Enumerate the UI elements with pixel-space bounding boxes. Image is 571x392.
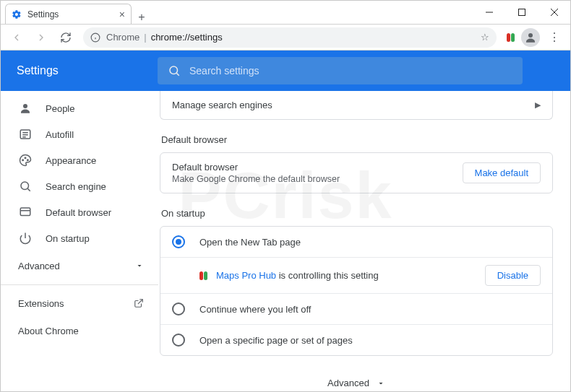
url-separator: |: [144, 32, 146, 43]
close-icon[interactable]: ×: [119, 9, 125, 19]
radio-icon[interactable]: [172, 302, 185, 315]
sidebar-item-appearance[interactable]: Appearance: [1, 147, 158, 173]
radio-label: Open a specific page or set of pages: [199, 335, 353, 346]
radio-label: Continue where you left off: [199, 304, 311, 315]
gear-icon: [12, 9, 22, 19]
settings-search[interactable]: [158, 57, 523, 84]
sidebar-link-label: Extensions: [18, 298, 64, 309]
sidebar-extensions[interactable]: Extensions: [1, 289, 158, 317]
page-title: Settings: [17, 64, 158, 77]
sidebar-advanced-label: Advanced: [18, 261, 60, 271]
startup-card: Open the New Tab page Maps Pro Hub is co…: [160, 226, 553, 356]
svg-rect-20: [20, 208, 30, 216]
menu-button[interactable]: ⋮: [544, 30, 564, 44]
minimize-button[interactable]: [473, 1, 505, 24]
sidebar: People Autofill Appearance Search engine…: [1, 91, 158, 391]
extension-name-link[interactable]: Maps Pro Hub: [216, 270, 276, 281]
profile-avatar[interactable]: [521, 28, 540, 47]
person-icon: [18, 101, 33, 116]
svg-rect-1: [518, 9, 525, 16]
svg-point-8: [170, 66, 178, 74]
back-button[interactable]: [7, 27, 27, 48]
title-bar: Settings × +: [1, 1, 570, 25]
sidebar-item-on-startup[interactable]: On startup: [1, 225, 158, 251]
sidebar-item-search-engine[interactable]: Search engine: [1, 173, 158, 199]
svg-point-10: [23, 104, 27, 108]
section-title-default-browser: Default browser: [161, 134, 553, 145]
browser-tab[interactable]: Settings ×: [5, 4, 132, 24]
close-button[interactable]: [538, 1, 570, 24]
window-buttons: [473, 1, 570, 24]
default-browser-card: Default browser Make Google Chrome the d…: [160, 152, 553, 193]
extension-badge[interactable]: [504, 31, 517, 44]
settings-search-input[interactable]: [189, 65, 512, 77]
external-link-icon: [134, 298, 144, 308]
svg-point-17: [27, 160, 29, 161]
divider: [1, 284, 158, 285]
svg-point-16: [25, 157, 26, 159]
sidebar-item-label: Default browser: [46, 207, 158, 218]
chevron-right-icon: ▶: [535, 100, 541, 110]
search-icon: [18, 179, 33, 193]
settings-header: Settings: [1, 51, 570, 91]
reload-button[interactable]: [56, 27, 76, 48]
controlling-text: is controlling this setting: [276, 270, 379, 281]
sidebar-item-label: People: [46, 103, 158, 114]
startup-option-continue[interactable]: Continue where you left off: [160, 293, 552, 324]
sidebar-about[interactable]: About Chrome: [1, 317, 158, 344]
default-browser-row: Default browser Make Google Chrome the d…: [160, 153, 552, 193]
chevron-down-icon: [135, 261, 144, 270]
main-panel[interactable]: Manage search engines ▶ Default browser …: [158, 91, 570, 391]
sidebar-advanced[interactable]: Advanced: [1, 251, 158, 280]
new-tab-button[interactable]: +: [132, 11, 152, 24]
forward-button[interactable]: [31, 27, 51, 48]
manage-search-engines-row[interactable]: Manage search engines ▶: [160, 91, 552, 119]
autofill-icon: [18, 127, 33, 141]
sidebar-item-label: On startup: [46, 233, 158, 244]
address-bar[interactable]: Chrome | chrome://settings ☆: [83, 27, 497, 48]
power-icon: [18, 231, 33, 245]
radio-icon[interactable]: [172, 235, 185, 248]
chevron-down-icon: [377, 379, 385, 388]
tab-title: Settings: [27, 9, 119, 19]
sidebar-item-label: Appearance: [46, 155, 158, 166]
browser-toolbar: Chrome | chrome://settings ☆ ⋮: [1, 25, 570, 51]
section-title-startup: On startup: [161, 208, 553, 219]
startup-option-specific[interactable]: Open a specific page or set of pages: [160, 324, 552, 355]
advanced-footer[interactable]: Advanced: [160, 378, 553, 388]
search-engine-card: Manage search engines ▶: [160, 91, 553, 120]
svg-point-7: [528, 33, 533, 38]
maximize-button[interactable]: [505, 1, 538, 24]
extension-controlling-notice: Maps Pro Hub is controlling this setting…: [160, 257, 552, 293]
svg-point-18: [21, 182, 29, 190]
sidebar-link-label: About Chrome: [18, 326, 79, 336]
row-label: Manage search engines: [172, 100, 535, 110]
extension-icon: [199, 271, 207, 280]
url-path: chrome://settings: [151, 32, 223, 43]
search-icon: [168, 64, 181, 77]
radio-icon[interactable]: [172, 334, 185, 347]
radio-label: Open the New Tab page: [199, 237, 301, 248]
browser-icon: [18, 205, 33, 219]
sidebar-item-people[interactable]: People: [1, 95, 158, 121]
disable-button[interactable]: Disable: [485, 265, 541, 286]
startup-option-newtab[interactable]: Open the New Tab page: [160, 227, 552, 257]
row-subtitle: Make Google Chrome the default browser: [172, 174, 463, 184]
advanced-footer-label: Advanced: [327, 378, 369, 388]
url-origin: Chrome: [106, 32, 139, 43]
tab-strip: Settings × +: [1, 1, 152, 24]
make-default-button[interactable]: Make default: [463, 162, 541, 183]
site-info-icon[interactable]: [90, 32, 100, 43]
sidebar-item-autofill[interactable]: Autofill: [1, 121, 158, 147]
sidebar-item-label: Autofill: [46, 129, 158, 140]
svg-line-19: [27, 188, 30, 191]
sidebar-item-default-browser[interactable]: Default browser: [1, 199, 158, 225]
sidebar-item-label: Search engine: [46, 181, 158, 192]
palette-icon: [18, 153, 33, 167]
row-title: Default browser: [172, 162, 463, 173]
bookmark-star-icon[interactable]: ☆: [481, 32, 489, 43]
svg-point-15: [22, 160, 24, 161]
svg-line-9: [176, 73, 179, 75]
